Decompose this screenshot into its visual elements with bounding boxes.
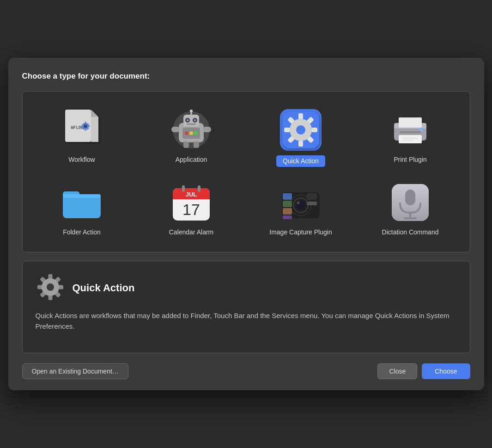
desc-gear-icon [36,272,65,304]
svg-rect-37 [311,128,317,132]
type-item-quick-action[interactable]: Quick Action [246,101,356,173]
description-title: Quick Action [73,282,135,294]
svg-point-43 [296,125,305,135]
close-button[interactable]: Close [377,363,417,379]
dialog-title: Choose a type for your document: [22,72,470,81]
svg-point-90 [47,283,54,291]
svg-point-75 [297,201,299,203]
description-box: Quick Action Quick Actions are workflows… [22,261,470,353]
svg-rect-23 [171,127,180,132]
image-capture-label: Image Capture Plugin [269,228,332,236]
svg-rect-66 [283,193,292,200]
svg-point-28 [194,131,198,135]
dictation-command-icon [389,182,431,223]
type-item-application[interactable]: Application [137,101,246,173]
svg-rect-2 [91,117,98,142]
svg-rect-9 [81,126,83,127]
svg-rect-67 [283,201,292,207]
svg-rect-34 [298,113,303,119]
image-capture-icon [280,182,322,223]
open-existing-button[interactable]: Open an Existing Document… [22,363,128,379]
footer: Open an Existing Document… Close Choose [22,363,470,379]
svg-rect-24 [203,127,211,132]
workflow-label: Workflow [68,155,95,164]
svg-rect-80 [404,217,417,219]
type-item-workflow[interactable]: WFLOW [27,101,137,173]
svg-rect-35 [298,141,303,147]
workflow-icon: WFLOW [61,109,103,151]
svg-rect-32 [194,141,199,148]
svg-rect-54 [63,194,101,198]
svg-rect-8 [85,129,86,131]
calendar-alarm-icon: JUL 17 [170,182,212,223]
folder-action-icon [61,182,103,223]
svg-text:17: 17 [182,201,200,218]
svg-point-26 [185,131,188,135]
svg-marker-3 [91,110,98,117]
folder-action-label: Folder Action [63,228,101,236]
dialog: Choose a type for your document: WFLOW [8,58,484,390]
type-grid: WFLOW [27,101,465,242]
choose-button[interactable]: Choose [422,363,470,379]
svg-rect-78 [405,190,415,205]
quick-action-icon [280,109,322,151]
calendar-alarm-label: Calendar Alarm [169,228,214,236]
svg-rect-48 [402,138,418,139]
quick-action-label: Quick Action [276,155,325,166]
button-group: Close Choose [377,363,470,379]
application-label: Application [176,155,207,164]
svg-rect-47 [399,135,422,143]
svg-rect-69 [283,215,292,219]
svg-rect-22 [187,123,196,125]
description-text: Quick Actions are workflows that may be … [36,310,457,332]
svg-point-6 [84,124,87,128]
application-icon [170,109,212,151]
svg-rect-10 [88,126,90,127]
svg-point-21 [194,119,196,121]
svg-rect-51 [400,131,421,133]
type-item-folder-action[interactable]: Folder Action [27,173,137,243]
type-item-image-capture[interactable]: Image Capture Plugin [246,173,356,243]
dictation-command-label: Dictation Command [382,228,439,236]
svg-point-20 [187,119,188,121]
svg-rect-60 [182,185,185,192]
print-plugin-icon [389,109,431,151]
svg-point-27 [189,131,193,135]
print-plugin-label: Print Plugin [394,155,427,164]
svg-rect-46 [399,117,422,128]
svg-point-30 [190,110,193,112]
svg-rect-49 [402,140,413,141]
svg-point-50 [419,128,423,131]
svg-text:JUL: JUL [186,191,197,198]
type-item-print-plugin[interactable]: Print Plugin [356,101,465,173]
svg-rect-7 [85,122,86,124]
svg-rect-31 [183,141,189,148]
svg-rect-36 [284,128,290,132]
desc-header: Quick Action [36,272,457,304]
type-grid-container: WFLOW [22,91,470,252]
svg-rect-73 [307,193,317,200]
svg-rect-61 [198,185,200,192]
svg-rect-68 [283,208,292,215]
type-item-calendar-alarm[interactable]: JUL 17 Calendar Alarm [137,173,246,243]
svg-rect-74 [307,202,317,205]
type-item-dictation-command[interactable]: Dictation Command [356,173,465,243]
